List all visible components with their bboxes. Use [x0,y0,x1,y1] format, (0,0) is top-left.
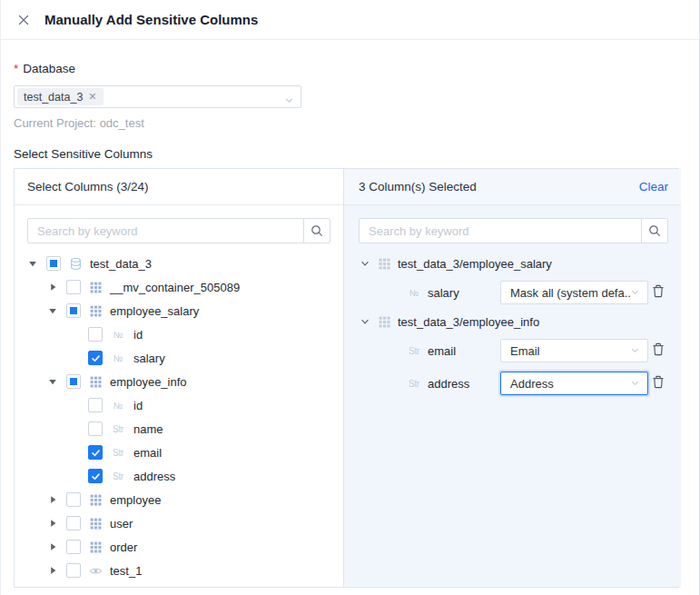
left-search-input[interactable] [27,218,304,243]
tree-node[interactable]: Stremail [15,441,343,464]
tree-node[interactable]: order [15,535,343,559]
left-search-button[interactable] [303,218,330,243]
tree-node-label: employee_info [110,375,187,389]
caret-down-icon[interactable] [46,377,59,386]
checkbox-unchecked[interactable] [66,492,81,507]
tree-node[interactable]: employee [15,488,343,511]
trash-icon [652,342,665,359]
chevron-down-icon[interactable] [359,258,371,269]
caret-right-icon[interactable] [46,495,59,504]
selected-column-row: StremailEmail [359,334,668,367]
select-columns-panel-header: Select Columns (3/24) [15,169,343,205]
trash-icon [652,375,665,392]
checkbox-indeterminate[interactable] [66,303,81,318]
tree-node[interactable]: test_data_3 [15,252,343,275]
tree-node[interactable]: employee_salary [15,299,343,322]
masking-rule-select[interactable]: Address [500,372,648,395]
checkbox-checked[interactable] [88,445,103,460]
checkbox-unchecked[interactable] [66,563,81,578]
tree-node-label: address [133,470,175,483]
tree-node-label: salary [133,352,165,365]
view-icon [88,564,103,578]
selected-column-name: email [428,344,500,358]
tree-node[interactable]: Straddress [15,464,343,488]
checkbox-unchecked[interactable] [88,421,103,436]
close-icon[interactable] [15,12,32,28]
select-columns-panel: Select Columns (3/24) test_data_3__mv_co… [15,169,344,587]
string-type-icon: Str [110,424,126,434]
number-type-icon: № [110,401,126,411]
remove-tag-icon[interactable]: ✕ [88,92,96,102]
tree-node[interactable]: №salary [15,346,343,370]
columns-tree: test_data_3__mv_container_505089employee… [15,252,343,582]
select-columns-panel-title: Select Columns (3/24) [27,180,149,193]
caret-down-icon[interactable] [26,259,39,268]
search-icon [648,224,661,237]
delete-column-button[interactable] [648,373,668,393]
database-field-label: *Database [14,62,679,75]
clear-button[interactable]: Clear [639,180,668,193]
table-icon [88,305,103,317]
masking-rule-select[interactable]: Email [500,339,648,362]
checkbox-unchecked[interactable] [66,540,81,554]
table-icon [88,282,103,293]
manually-add-sensitive-columns-drawer: Manually Add Sensitive Columns *Database… [0,0,700,595]
tree-node-label: employee_salary [110,304,199,318]
delete-column-button[interactable] [648,341,668,361]
right-search-row [344,205,681,243]
selected-group-label: test_data_3/employee_salary [398,257,552,271]
checkbox-unchecked[interactable] [66,280,81,294]
checkbox-checked[interactable] [88,351,103,365]
checkbox-unchecked[interactable] [66,516,81,531]
tree-node-label: user [110,517,133,531]
required-asterisk: * [14,62,18,75]
checkbox-checked[interactable] [88,469,103,483]
table-icon [379,316,390,328]
tree-node[interactable]: user [15,511,343,535]
column-transfer-panels: Select Columns (3/24) test_data_3__mv_co… [14,168,679,588]
tree-node-label: name [133,422,163,436]
right-search-input[interactable] [359,218,642,243]
tree-node[interactable]: №id [15,322,343,346]
checkbox-unchecked[interactable] [88,398,103,412]
selected-group-row[interactable]: test_data_3/employee_info [359,309,668,334]
tree-node[interactable]: employee_info [15,370,343,393]
selected-columns-panel: 3 Column(s) Selected Clear test_data_3/e… [344,169,681,587]
tree-node-label: __mv_container_505089 [110,281,240,294]
selected-group-row[interactable]: test_data_3/employee_salary [359,251,668,276]
selected-group-label: test_data_3/employee_info [398,315,539,329]
database-select[interactable]: test_data_3 ✕ [14,85,301,108]
tree-node-label: id [133,328,143,342]
tree-node-label: email [133,446,162,460]
chevron-down-icon [630,377,640,391]
tree-node[interactable]: test_1 [15,559,343,582]
caret-right-icon[interactable] [46,519,59,528]
selected-column-row: №salaryMask all (system defa... [359,276,668,309]
number-type-icon: № [110,330,126,340]
tree-node[interactable]: №id [15,393,343,417]
masking-rule-value: Email [510,344,630,358]
tree-node-label: test_1 [110,564,142,578]
caret-right-icon[interactable] [46,566,59,575]
selected-columns-panel-title: 3 Column(s) Selected [359,180,477,193]
masking-rule-value: Address [510,377,630,391]
checkbox-indeterminate[interactable] [46,256,61,271]
table-icon [88,541,103,553]
string-type-icon: Str [406,379,422,389]
number-type-icon: № [110,353,126,363]
tree-node-label: id [133,399,143,412]
tree-node[interactable]: Strname [15,417,343,441]
drawer-body: *Database test_data_3 ✕ Current Project:… [1,62,699,588]
caret-right-icon[interactable] [46,542,59,551]
caret-down-icon[interactable] [46,306,59,315]
masking-rule-select[interactable]: Mask all (system defa... [500,281,648,304]
database-tag-label: test_data_3 [24,91,83,104]
number-type-icon: № [406,288,422,298]
delete-column-button[interactable] [648,283,668,302]
checkbox-unchecked[interactable] [88,327,103,342]
right-search-button[interactable] [641,218,668,243]
checkbox-indeterminate[interactable] [66,374,81,389]
tree-node[interactable]: __mv_container_505089 [15,275,343,299]
caret-right-icon[interactable] [46,283,59,292]
chevron-down-icon[interactable] [359,316,371,327]
